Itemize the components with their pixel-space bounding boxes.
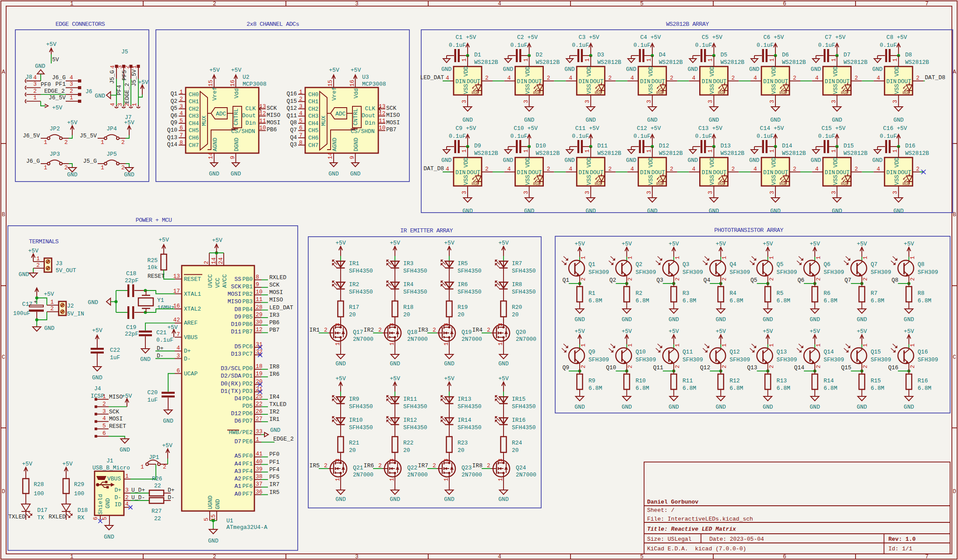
- svg-text:IR3: IR3: [269, 312, 279, 318]
- svg-text:30: 30: [256, 319, 263, 326]
- svg-text:GND: GND: [749, 66, 760, 73]
- svg-text:WS2812B: WS2812B: [720, 150, 744, 157]
- svg-text:+5V: +5V: [669, 328, 679, 335]
- svg-text:WS2812B: WS2812B: [782, 150, 806, 157]
- svg-text:Q22: Q22: [407, 465, 417, 471]
- svg-text:GND: GND: [270, 427, 281, 434]
- svg-text:IR7: IR7: [512, 260, 522, 267]
- svg-text:POWER + MCU: POWER + MCU: [136, 217, 172, 224]
- svg-text:JP5: JP5: [106, 151, 116, 158]
- svg-text:+5V: +5V: [329, 67, 339, 74]
- svg-text:2N7000: 2N7000: [461, 472, 482, 478]
- svg-text:+5V: +5V: [231, 67, 242, 74]
- svg-text:+5V: +5V: [897, 34, 907, 41]
- svg-text:VDD: VDD: [463, 157, 469, 168]
- svg-text:1uF: 1uF: [110, 354, 120, 361]
- svg-text:D4: D4: [659, 52, 666, 58]
- svg-text:2: 2: [670, 166, 673, 172]
- svg-text:Q14: Q14: [824, 349, 834, 355]
- svg-text:1: 1: [721, 343, 728, 347]
- svg-text:AGND: AGND: [212, 138, 218, 151]
- svg-text:Q12: Q12: [700, 364, 710, 371]
- svg-text:VDD: VDD: [648, 66, 654, 77]
- svg-text:AREF: AREF: [184, 320, 197, 326]
- svg-text:4: 4: [569, 166, 572, 172]
- svg-text:0.1uF: 0.1uF: [572, 42, 589, 49]
- svg-text:PB7: PB7: [243, 329, 253, 335]
- svg-text:1: 1: [831, 149, 837, 153]
- svg-text:1: 1: [101, 164, 104, 171]
- svg-text:6.8M: 6.8M: [918, 298, 931, 304]
- svg-text:GND: GND: [904, 404, 914, 410]
- svg-text:6: 6: [102, 430, 106, 437]
- svg-text:VSS: VSS: [463, 84, 469, 94]
- svg-text:6.8M: 6.8M: [729, 298, 743, 304]
- svg-text:1: 1: [627, 256, 634, 259]
- svg-text:GND: GND: [585, 208, 596, 214]
- svg-text:20: 20: [512, 447, 519, 454]
- svg-text:MISO: MISO: [267, 112, 280, 119]
- svg-text:3: 3: [180, 103, 183, 110]
- svg-text:XTAL2: XTAL2: [184, 306, 201, 312]
- svg-text:GND: GND: [857, 404, 867, 410]
- svg-text:13: 13: [173, 273, 180, 280]
- svg-text:3: 3: [584, 191, 591, 194]
- svg-text:GND: GND: [104, 534, 114, 540]
- svg-text:J5_G: J5_G: [109, 70, 116, 84]
- svg-text:1: 1: [580, 343, 587, 347]
- svg-text:WS2812B: WS2812B: [905, 150, 929, 157]
- svg-text:+5V: +5V: [774, 34, 784, 41]
- svg-text:PD0: PD0: [243, 365, 253, 372]
- svg-text:6.8M: 6.8M: [824, 385, 837, 392]
- svg-text:U3: U3: [362, 74, 369, 80]
- svg-text:Q10: Q10: [167, 127, 177, 133]
- svg-text:+5V: +5V: [763, 328, 773, 335]
- svg-text:VDD: VDD: [525, 66, 531, 77]
- svg-text:+5V: +5V: [52, 105, 63, 111]
- svg-text:J6_5V: J6_5V: [23, 133, 40, 139]
- svg-text:VSS: VSS: [771, 175, 777, 185]
- svg-text:PHOTOTRANSISTOR ARRAY: PHOTOTRANSISTOR ARRAY: [714, 227, 783, 234]
- svg-text:GND: GND: [811, 157, 821, 164]
- svg-text:C9: C9: [455, 125, 462, 132]
- svg-text:IR13: IR13: [458, 396, 471, 402]
- svg-text:C5: C5: [702, 34, 709, 41]
- svg-text:19: 19: [256, 371, 263, 377]
- svg-text:2: 2: [793, 166, 796, 172]
- svg-text:D2/SDA: D2/SDA: [221, 373, 241, 379]
- svg-text:KiCad E.D.A. kicad (7.0.0-0): KiCad E.D.A. kicad (7.0.0-0): [647, 546, 746, 552]
- svg-text:C: C: [953, 354, 956, 360]
- svg-text:JP3: JP3: [49, 151, 60, 158]
- svg-text:Q18: Q18: [407, 329, 417, 336]
- svg-text:SCK: SCK: [231, 284, 242, 290]
- svg-text:MOSI: MOSI: [269, 289, 283, 296]
- svg-text:GND: GND: [67, 172, 77, 178]
- svg-text:3: 3: [584, 100, 591, 103]
- svg-text:5: 5: [180, 118, 183, 124]
- svg-text:2: 2: [815, 365, 822, 368]
- svg-text:R5: R5: [777, 290, 784, 297]
- svg-text:GND: GND: [208, 538, 218, 544]
- svg-text:R12: R12: [729, 378, 740, 384]
- svg-text:PF4: PF4: [243, 468, 253, 475]
- svg-text:2: 2: [485, 166, 489, 172]
- svg-text:39: 39: [256, 466, 263, 472]
- svg-text:+5V: +5V: [715, 328, 726, 335]
- svg-text:GND: GND: [832, 117, 842, 123]
- svg-text:GND: GND: [120, 447, 130, 453]
- svg-text:MOSI: MOSI: [267, 119, 280, 126]
- svg-text:J2: J2: [67, 303, 74, 309]
- svg-text:VSS: VSS: [586, 84, 592, 94]
- svg-text:WS2812B: WS2812B: [782, 59, 806, 66]
- svg-text:17: 17: [173, 288, 180, 294]
- svg-text:1: 1: [180, 89, 183, 95]
- svg-text:PF4: PF4: [269, 466, 280, 473]
- svg-text:PB5: PB5: [243, 314, 253, 320]
- svg-text:5: 5: [203, 518, 210, 521]
- svg-text:2N7000: 2N7000: [407, 472, 428, 478]
- svg-text:J5_5V: J5_5V: [131, 69, 137, 86]
- svg-text:C19: C19: [126, 324, 136, 331]
- svg-text:U2: U2: [243, 74, 250, 80]
- svg-text:20: 20: [512, 312, 519, 318]
- svg-text:+5V: +5V: [22, 461, 32, 467]
